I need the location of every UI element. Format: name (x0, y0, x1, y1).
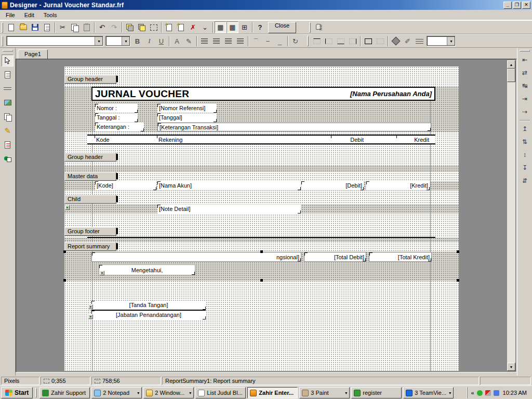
taskbar-item-notepad[interactable]: 2 Notepad ▾ (91, 387, 142, 398)
snap-to-grid-button[interactable]: ▦ (227, 21, 238, 33)
show-grid-button[interactable]: ▦ (215, 21, 227, 33)
band-master-data[interactable]: Master data (64, 172, 116, 181)
send-to-back-button[interactable] (136, 21, 148, 33)
undo-button[interactable]: ↶ (96, 21, 108, 33)
menu-tools[interactable]: Tools (39, 11, 62, 19)
column-header-row[interactable]: Kode Rekening Debit Kredit (87, 135, 435, 144)
more-options-button[interactable]: ⌄ (199, 21, 211, 33)
highlight-button[interactable]: ✎ (183, 35, 195, 47)
label-keterangan[interactable]: Keterangan : (95, 123, 144, 131)
close-designer-button[interactable]: Close (268, 22, 296, 33)
taskbar-item-list-judul[interactable]: List Judul Bl... (195, 387, 246, 398)
selection-handle[interactable] (457, 250, 459, 253)
chevron-down-icon[interactable]: ▾ (95, 36, 103, 46)
chevron-down-icon[interactable]: ▾ (447, 36, 455, 46)
field-total-kredit[interactable]: [Total Kredit] (369, 252, 432, 262)
bring-to-front-button[interactable] (124, 21, 136, 33)
center-vertically-button[interactable]: ⇵ (519, 175, 530, 187)
frame-bottom-button[interactable] (335, 35, 347, 47)
field-kode[interactable]: [Kode] (95, 181, 156, 190)
taskbar-item-paint[interactable]: 3 Paint ▾ (299, 387, 350, 398)
cut-button[interactable]: ✂ (57, 21, 69, 33)
band-child[interactable]: Child (64, 195, 116, 204)
selection-handle[interactable] (260, 279, 263, 282)
align-horizontal-centers-button[interactable]: ⇄ (519, 67, 530, 78)
report-title-object[interactable]: JURNAL VOUCHER [Nama Perusahaan Anda] (91, 87, 435, 101)
richtext-object-button[interactable] (2, 139, 14, 151)
redo-button[interactable]: ↷ (108, 21, 120, 33)
font-size-combo[interactable]: ▾ (105, 36, 130, 46)
frame-right-button[interactable] (347, 35, 358, 47)
context-help-button[interactable]: ? (254, 21, 266, 33)
insert-band-button[interactable] (163, 21, 175, 33)
space-equally-horizontal-button[interactable]: ↹ (519, 80, 530, 91)
bold-button[interactable]: B (131, 35, 143, 47)
space-equally-vertical-button[interactable]: ↕ (519, 149, 530, 161)
tray-chevron-icon[interactable]: « (471, 390, 474, 396)
select-all-button[interactable] (148, 21, 159, 33)
data-dictionary-button[interactable] (313, 21, 325, 33)
align-vertical-centers-button[interactable]: ⇅ (519, 136, 530, 148)
new-report-button[interactable] (5, 21, 17, 33)
line-object-button[interactable]: ✎ (2, 125, 14, 137)
design-canvas[interactable]: Group header Group header Master data Ch… (16, 59, 517, 373)
vertical-scrollbar[interactable]: ▲ ▼ (507, 60, 515, 371)
preview-button[interactable] (41, 21, 53, 33)
band-object-button[interactable] (2, 83, 14, 95)
delete-object-button[interactable]: ✗ (187, 21, 199, 33)
field-note-detail[interactable]: [Note Detail] (157, 205, 301, 214)
label-tanggal[interactable]: Tanggal : (95, 113, 138, 122)
column-kredit[interactable]: Kredit (398, 136, 429, 143)
tray-status-icon[interactable] (485, 390, 491, 396)
frame-top-button[interactable] (311, 35, 323, 47)
footer-line-object[interactable] (87, 237, 435, 238)
italic-button[interactable]: I (143, 35, 155, 47)
column-kode[interactable]: Kode (96, 136, 153, 143)
toolbar-grip[interactable] (309, 22, 311, 33)
restore-button[interactable]: ❐ (513, 2, 521, 9)
picture-object-button[interactable] (2, 97, 14, 109)
field-total-fungsional[interactable]: ngsional] (91, 252, 301, 262)
font-color-button[interactable]: A (171, 35, 183, 47)
align-right-button[interactable] (222, 35, 234, 47)
scroll-up-button[interactable]: ▲ (507, 60, 515, 69)
frame-color-button[interactable]: ✐ (402, 35, 414, 47)
frame-left-button[interactable] (323, 35, 335, 47)
paste-button[interactable] (81, 21, 92, 33)
label-nomor[interactable]: Nomor : (95, 104, 138, 113)
select-tool-button[interactable] (2, 55, 14, 66)
field-total-debit[interactable]: [Total Debit] (304, 252, 366, 262)
text-object-button[interactable] (2, 69, 14, 81)
scroll-down-button[interactable]: ▼ (507, 363, 515, 371)
copy-button[interactable] (69, 21, 81, 33)
field-keterangan-transaksi[interactable]: [Keterangan Transaksi] (157, 123, 431, 131)
align-left-button[interactable] (198, 35, 210, 47)
band-group-header-1[interactable]: Group header (64, 75, 116, 84)
field-nomor-referensi[interactable]: [Nomor Referensi] (157, 104, 217, 113)
column-debit[interactable]: Debit (332, 136, 364, 143)
minimize-button[interactable]: _ (503, 2, 512, 9)
toolbar-grip[interactable] (2, 22, 3, 33)
scrollbar-thumb[interactable] (507, 69, 515, 82)
selection-handle[interactable] (260, 250, 263, 253)
selection-handle[interactable] (63, 250, 66, 253)
align-justify-button[interactable] (234, 35, 246, 47)
underline-button[interactable]: U (155, 35, 167, 47)
menu-file[interactable]: File (1, 11, 20, 19)
insert-object-button[interactable] (175, 21, 187, 33)
field-jabatan-penandatangan[interactable]: [Jabatan Penandatangan] (91, 311, 206, 320)
align-right-edges-button[interactable]: ⇥ (519, 93, 530, 104)
frame-style-button[interactable] (414, 35, 425, 47)
selection-handle[interactable] (63, 279, 66, 282)
frame-width-combo[interactable]: ▾ (427, 36, 456, 46)
field-mengetahui[interactable]: Mengetahui, (99, 264, 195, 275)
align-top-edges-button[interactable]: ↥ (519, 123, 530, 135)
rotate-text-button[interactable]: ↻ (289, 35, 301, 47)
frame-all-button[interactable] (362, 35, 374, 47)
band-report-summary[interactable]: Report summary (64, 242, 116, 251)
font-name-combo[interactable]: ▾ (6, 36, 103, 46)
field-tanda-tangan[interactable]: [Tanda Tangan] (91, 301, 206, 311)
valign-bottom-button[interactable]: _ (274, 35, 286, 47)
band-group-header-2[interactable]: Group header (64, 153, 116, 162)
tray-network-icon[interactable] (494, 390, 499, 396)
